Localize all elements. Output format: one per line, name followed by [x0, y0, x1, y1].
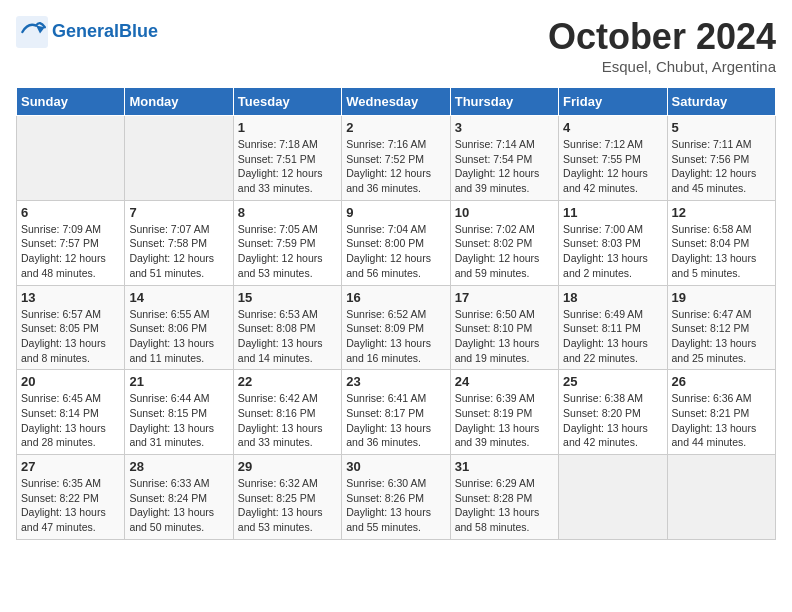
- day-detail: Sunrise: 6:38 AMSunset: 8:20 PMDaylight:…: [563, 391, 662, 450]
- day-cell: 9Sunrise: 7:04 AMSunset: 8:00 PMDaylight…: [342, 200, 450, 285]
- day-cell: 19Sunrise: 6:47 AMSunset: 8:12 PMDayligh…: [667, 285, 775, 370]
- day-number: 28: [129, 459, 228, 474]
- day-cell: 6Sunrise: 7:09 AMSunset: 7:57 PMDaylight…: [17, 200, 125, 285]
- day-detail: Sunrise: 6:55 AMSunset: 8:06 PMDaylight:…: [129, 307, 228, 366]
- day-cell: 30Sunrise: 6:30 AMSunset: 8:26 PMDayligh…: [342, 455, 450, 540]
- day-number: 5: [672, 120, 771, 135]
- day-detail: Sunrise: 6:41 AMSunset: 8:17 PMDaylight:…: [346, 391, 445, 450]
- week-row-4: 20Sunrise: 6:45 AMSunset: 8:14 PMDayligh…: [17, 370, 776, 455]
- day-detail: Sunrise: 7:16 AMSunset: 7:52 PMDaylight:…: [346, 137, 445, 196]
- logo: GeneralBlue: [16, 16, 158, 48]
- day-cell: 16Sunrise: 6:52 AMSunset: 8:09 PMDayligh…: [342, 285, 450, 370]
- day-cell: 21Sunrise: 6:44 AMSunset: 8:15 PMDayligh…: [125, 370, 233, 455]
- calendar-body: 1Sunrise: 7:18 AMSunset: 7:51 PMDaylight…: [17, 116, 776, 540]
- day-number: 2: [346, 120, 445, 135]
- week-row-5: 27Sunrise: 6:35 AMSunset: 8:22 PMDayligh…: [17, 455, 776, 540]
- day-cell: 27Sunrise: 6:35 AMSunset: 8:22 PMDayligh…: [17, 455, 125, 540]
- day-detail: Sunrise: 7:18 AMSunset: 7:51 PMDaylight:…: [238, 137, 337, 196]
- calendar-header: SundayMondayTuesdayWednesdayThursdayFrid…: [17, 88, 776, 116]
- day-cell: 22Sunrise: 6:42 AMSunset: 8:16 PMDayligh…: [233, 370, 341, 455]
- title-section: October 2024 Esquel, Chubut, Argentina: [548, 16, 776, 75]
- day-cell: [125, 116, 233, 201]
- day-cell: 12Sunrise: 6:58 AMSunset: 8:04 PMDayligh…: [667, 200, 775, 285]
- day-number: 18: [563, 290, 662, 305]
- day-detail: Sunrise: 7:14 AMSunset: 7:54 PMDaylight:…: [455, 137, 554, 196]
- header-cell-tuesday: Tuesday: [233, 88, 341, 116]
- day-detail: Sunrise: 6:53 AMSunset: 8:08 PMDaylight:…: [238, 307, 337, 366]
- day-number: 6: [21, 205, 120, 220]
- day-detail: Sunrise: 6:50 AMSunset: 8:10 PMDaylight:…: [455, 307, 554, 366]
- day-number: 3: [455, 120, 554, 135]
- day-number: 1: [238, 120, 337, 135]
- day-cell: 10Sunrise: 7:02 AMSunset: 8:02 PMDayligh…: [450, 200, 558, 285]
- day-number: 31: [455, 459, 554, 474]
- day-number: 13: [21, 290, 120, 305]
- day-detail: Sunrise: 7:07 AMSunset: 7:58 PMDaylight:…: [129, 222, 228, 281]
- day-cell: 15Sunrise: 6:53 AMSunset: 8:08 PMDayligh…: [233, 285, 341, 370]
- week-row-1: 1Sunrise: 7:18 AMSunset: 7:51 PMDaylight…: [17, 116, 776, 201]
- day-detail: Sunrise: 7:04 AMSunset: 8:00 PMDaylight:…: [346, 222, 445, 281]
- day-detail: Sunrise: 6:44 AMSunset: 8:15 PMDaylight:…: [129, 391, 228, 450]
- day-detail: Sunrise: 6:36 AMSunset: 8:21 PMDaylight:…: [672, 391, 771, 450]
- calendar-table: SundayMondayTuesdayWednesdayThursdayFrid…: [16, 87, 776, 540]
- day-detail: Sunrise: 6:32 AMSunset: 8:25 PMDaylight:…: [238, 476, 337, 535]
- day-cell: 23Sunrise: 6:41 AMSunset: 8:17 PMDayligh…: [342, 370, 450, 455]
- day-cell: 20Sunrise: 6:45 AMSunset: 8:14 PMDayligh…: [17, 370, 125, 455]
- day-number: 24: [455, 374, 554, 389]
- day-cell: 8Sunrise: 7:05 AMSunset: 7:59 PMDaylight…: [233, 200, 341, 285]
- day-cell: 2Sunrise: 7:16 AMSunset: 7:52 PMDaylight…: [342, 116, 450, 201]
- day-cell: 17Sunrise: 6:50 AMSunset: 8:10 PMDayligh…: [450, 285, 558, 370]
- day-cell: 5Sunrise: 7:11 AMSunset: 7:56 PMDaylight…: [667, 116, 775, 201]
- day-cell: 3Sunrise: 7:14 AMSunset: 7:54 PMDaylight…: [450, 116, 558, 201]
- day-detail: Sunrise: 6:52 AMSunset: 8:09 PMDaylight:…: [346, 307, 445, 366]
- day-detail: Sunrise: 6:29 AMSunset: 8:28 PMDaylight:…: [455, 476, 554, 535]
- day-cell: 11Sunrise: 7:00 AMSunset: 8:03 PMDayligh…: [559, 200, 667, 285]
- day-detail: Sunrise: 6:47 AMSunset: 8:12 PMDaylight:…: [672, 307, 771, 366]
- day-number: 22: [238, 374, 337, 389]
- day-number: 29: [238, 459, 337, 474]
- day-number: 23: [346, 374, 445, 389]
- day-number: 8: [238, 205, 337, 220]
- day-number: 16: [346, 290, 445, 305]
- day-number: 27: [21, 459, 120, 474]
- day-number: 19: [672, 290, 771, 305]
- day-cell: [17, 116, 125, 201]
- day-number: 20: [21, 374, 120, 389]
- location-label: Esquel, Chubut, Argentina: [548, 58, 776, 75]
- day-detail: Sunrise: 6:45 AMSunset: 8:14 PMDaylight:…: [21, 391, 120, 450]
- day-cell: 1Sunrise: 7:18 AMSunset: 7:51 PMDaylight…: [233, 116, 341, 201]
- day-number: 10: [455, 205, 554, 220]
- day-detail: Sunrise: 6:39 AMSunset: 8:19 PMDaylight:…: [455, 391, 554, 450]
- day-number: 14: [129, 290, 228, 305]
- day-number: 15: [238, 290, 337, 305]
- day-number: 21: [129, 374, 228, 389]
- day-number: 30: [346, 459, 445, 474]
- day-cell: 18Sunrise: 6:49 AMSunset: 8:11 PMDayligh…: [559, 285, 667, 370]
- day-number: 26: [672, 374, 771, 389]
- day-detail: Sunrise: 7:12 AMSunset: 7:55 PMDaylight:…: [563, 137, 662, 196]
- day-detail: Sunrise: 6:49 AMSunset: 8:11 PMDaylight:…: [563, 307, 662, 366]
- day-detail: Sunrise: 7:05 AMSunset: 7:59 PMDaylight:…: [238, 222, 337, 281]
- day-detail: Sunrise: 7:02 AMSunset: 8:02 PMDaylight:…: [455, 222, 554, 281]
- day-detail: Sunrise: 7:11 AMSunset: 7:56 PMDaylight:…: [672, 137, 771, 196]
- header-cell-wednesday: Wednesday: [342, 88, 450, 116]
- day-detail: Sunrise: 6:35 AMSunset: 8:22 PMDaylight:…: [21, 476, 120, 535]
- header-cell-sunday: Sunday: [17, 88, 125, 116]
- day-cell: 26Sunrise: 6:36 AMSunset: 8:21 PMDayligh…: [667, 370, 775, 455]
- day-number: 12: [672, 205, 771, 220]
- day-detail: Sunrise: 6:57 AMSunset: 8:05 PMDaylight:…: [21, 307, 120, 366]
- header-cell-friday: Friday: [559, 88, 667, 116]
- day-cell: 24Sunrise: 6:39 AMSunset: 8:19 PMDayligh…: [450, 370, 558, 455]
- day-detail: Sunrise: 6:42 AMSunset: 8:16 PMDaylight:…: [238, 391, 337, 450]
- week-row-3: 13Sunrise: 6:57 AMSunset: 8:05 PMDayligh…: [17, 285, 776, 370]
- header-row: SundayMondayTuesdayWednesdayThursdayFrid…: [17, 88, 776, 116]
- day-cell: 7Sunrise: 7:07 AMSunset: 7:58 PMDaylight…: [125, 200, 233, 285]
- header-cell-thursday: Thursday: [450, 88, 558, 116]
- day-cell: 4Sunrise: 7:12 AMSunset: 7:55 PMDaylight…: [559, 116, 667, 201]
- day-number: 7: [129, 205, 228, 220]
- day-detail: Sunrise: 6:58 AMSunset: 8:04 PMDaylight:…: [672, 222, 771, 281]
- day-number: 11: [563, 205, 662, 220]
- day-detail: Sunrise: 7:00 AMSunset: 8:03 PMDaylight:…: [563, 222, 662, 281]
- day-number: 4: [563, 120, 662, 135]
- header-cell-monday: Monday: [125, 88, 233, 116]
